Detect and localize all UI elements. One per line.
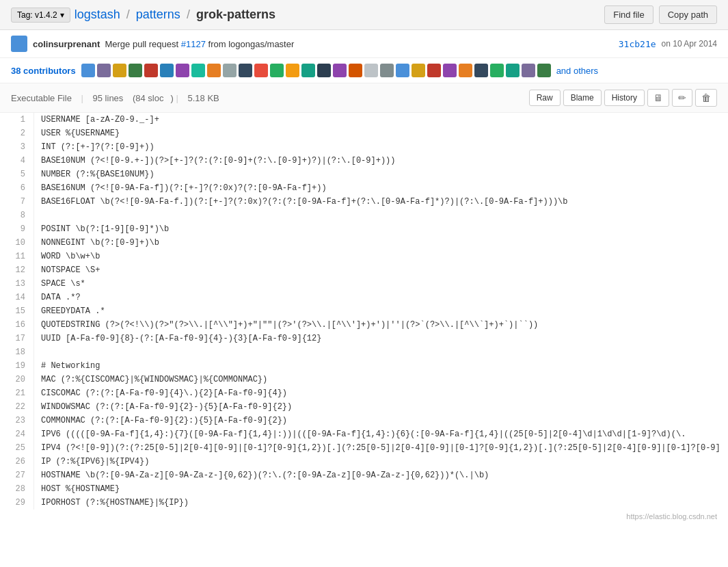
tag-dropdown[interactable]: Tag: v1.4.2 ▾ (11, 8, 70, 23)
line-number[interactable]: 22 (0, 400, 34, 414)
contributor-avatar (349, 64, 362, 77)
commit-right: 31cb21e on 10 Apr 2014 (619, 39, 717, 49)
contributor-avatar (459, 64, 472, 77)
line-number[interactable]: 11 (0, 250, 34, 263)
contributor-avatar (160, 64, 174, 77)
line-number[interactable]: 25 (0, 441, 34, 455)
contributor-avatar (286, 64, 299, 77)
line-number[interactable]: 6 (0, 181, 34, 195)
breadcrumb-repo[interactable]: logstash (75, 8, 120, 21)
contributor-avatar (506, 64, 520, 77)
line-number[interactable]: 9 (0, 222, 34, 236)
code-line: 16QUOTEDSTRING (?>(?<!\\)(?>"(?>\\.|[^\\… (0, 318, 728, 332)
line-content: BASE16FLOAT \b(?<![0-9A-Fa-f.])(?:[+-]?(… (34, 195, 575, 209)
contributor-avatar (144, 64, 158, 77)
breadcrumb-sep1: / (126, 8, 130, 21)
contributor-avatar (427, 64, 441, 77)
line-number[interactable]: 15 (0, 304, 34, 318)
line-number[interactable]: 24 (0, 427, 34, 441)
file-actions: Raw Blame History 🖥 ✏ 🗑 (529, 89, 717, 107)
line-number[interactable]: 7 (0, 195, 34, 209)
contributor-avatar (207, 64, 221, 77)
contributor-avatar (317, 64, 331, 77)
history-button[interactable]: History (604, 90, 645, 106)
line-content: POSINT \b(?:[1-9][0-9]*)\b (34, 222, 176, 236)
and-others-link[interactable]: and others (556, 66, 598, 76)
contributor-avatar (380, 64, 394, 77)
find-file-button[interactable]: Find file (604, 5, 653, 24)
breadcrumb-folder[interactable]: patterns (136, 8, 180, 21)
code-line: 18 (0, 345, 728, 359)
commit-message: colinsurprenant Merge pull request #1127… (33, 39, 294, 49)
blame-button[interactable]: Blame (563, 90, 602, 106)
code-line: 24IPV6 (((([0-9A-Fa-f]{1,4}:){7}([0-9A-F… (0, 427, 728, 441)
line-content: DATA .*? (34, 291, 87, 304)
line-number[interactable]: 26 (0, 455, 34, 469)
line-number[interactable]: 3 (0, 140, 34, 154)
line-number[interactable]: 13 (0, 277, 34, 291)
line-content: BASE10NUM (?<![0-9.+-])(?>[+-]?(?:(?:[0-… (34, 154, 402, 168)
author-link[interactable]: colinsurprenant (33, 39, 100, 49)
line-number[interactable]: 8 (0, 209, 34, 222)
commit-hash[interactable]: 31cb21e (619, 39, 656, 49)
pr-link[interactable]: #1127 (181, 39, 206, 49)
line-number[interactable]: 23 (0, 414, 34, 427)
line-number[interactable]: 4 (0, 154, 34, 168)
code-line: 25IPV4 (?<![0-9])(?:(?:25[0-5]|2[0-4][0-… (0, 441, 728, 455)
code-line: 1USERNAME [a-zA-Z0-9._-]+ (0, 113, 728, 127)
line-number[interactable]: 27 (0, 469, 34, 482)
contributor-avatar (333, 64, 347, 77)
line-content: CISCOMAC (?:(?:[A-Fa-f0-9]{4}\.){2}[A-Fa… (34, 386, 294, 400)
line-content: NUMBER (?:%{BASE10NUM}) (34, 168, 161, 181)
contributor-avatar (490, 64, 504, 77)
line-number[interactable]: 19 (0, 359, 34, 373)
breadcrumb-file: grok-patterns (196, 8, 275, 21)
contributor-avatar (176, 64, 189, 77)
line-number[interactable]: 16 (0, 318, 34, 332)
line-number[interactable]: 28 (0, 482, 34, 496)
line-content: SPACE \s* (34, 277, 92, 291)
code-line: 14DATA .*? (0, 291, 728, 304)
copy-path-button[interactable]: Copy path (659, 5, 717, 24)
line-number[interactable]: 12 (0, 263, 34, 277)
contributor-avatar (301, 64, 315, 77)
line-number[interactable]: 29 (0, 496, 34, 510)
code-line: 28HOST %{HOSTNAME} (0, 482, 728, 496)
code-line: 10NONNEGINT \b(?:[0-9]+)\b (0, 236, 728, 250)
header-bar: Tag: v1.4.2 ▾ logstash / patterns / grok… (0, 0, 728, 30)
line-number[interactable]: 20 (0, 373, 34, 386)
watermark-text: https://elastic.blog.csdn.net (626, 512, 717, 520)
line-number[interactable]: 2 (0, 127, 34, 140)
contributor-avatar (113, 64, 126, 77)
line-content: UUID [A-Fa-f0-9]{8}-(?:[A-Fa-f0-9]{4}-){… (34, 332, 328, 345)
code-line: 12NOTSPACE \S+ (0, 263, 728, 277)
line-number[interactable]: 5 (0, 168, 34, 181)
line-number[interactable]: 17 (0, 332, 34, 345)
line-content: IPV6 (((([0-9A-Fa-f]{1,4}:){7}([0-9A-Fa-… (34, 427, 692, 441)
file-info-bar: Executable File | 95 lines (84 sloc) | 5… (0, 83, 728, 113)
line-number[interactable]: 14 (0, 291, 34, 304)
code-line: 27HOSTNAME \b(?:[0-9A-Za-z][0-9A-Za-z-]{… (0, 469, 728, 482)
code-line: 23COMMONMAC (?:(?:[A-Fa-f0-9]{2}:){5}[A-… (0, 414, 728, 427)
contributor-avatar (191, 64, 205, 77)
code-line: 8 (0, 209, 728, 222)
contributor-avatar (537, 64, 551, 77)
delete-icon-button[interactable]: 🗑 (695, 89, 717, 107)
raw-button[interactable]: Raw (529, 90, 561, 106)
line-number[interactable]: 18 (0, 345, 34, 359)
code-line: 22WINDOWSMAC (?:(?:[A-Fa-f0-9]{2}-){5}[A… (0, 400, 728, 414)
line-content: HOSTNAME \b(?:[0-9A-Za-z][0-9A-Za-z-]{0,… (34, 469, 496, 482)
code-line: 19# Networking (0, 359, 728, 373)
line-number[interactable]: 10 (0, 236, 34, 250)
line-number[interactable]: 1 (0, 113, 34, 127)
contributors-link[interactable]: 38 contributors (11, 66, 76, 76)
header-left: Tag: v1.4.2 ▾ logstash / patterns / grok… (11, 8, 275, 23)
contributor-avatars (81, 64, 551, 77)
desktop-icon-button[interactable]: 🖥 (647, 89, 669, 107)
edit-icon-button[interactable]: ✏ (672, 89, 692, 107)
contributor-avatar (443, 64, 457, 77)
line-content: QUOTEDSTRING (?>(?<!\\)(?>"(?>\\.|[^\\"]… (34, 318, 545, 332)
line-content: INT (?:[+-]?(?:[0-9]+)) (34, 140, 161, 154)
line-number[interactable]: 21 (0, 386, 34, 400)
line-content: WORD \b\w+\b (34, 250, 107, 263)
